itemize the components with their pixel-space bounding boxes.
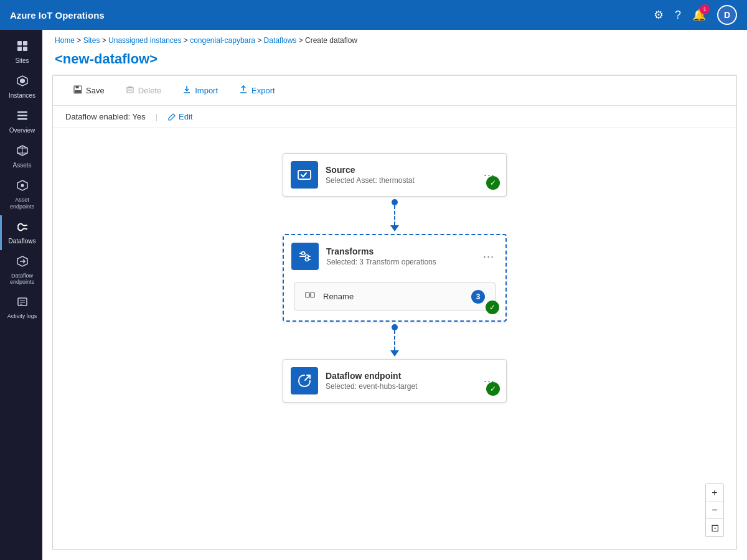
svg-rect-1: [23, 41, 27, 45]
sidebar-item-overview[interactable]: Overview: [0, 105, 42, 139]
connector-dot-1: [392, 199, 398, 205]
sites-label: Sites: [15, 57, 29, 65]
endpoint-node-info: Dataflow endpoint Selected: event-hubs-t…: [326, 371, 472, 391]
delete-icon: [126, 85, 134, 96]
source-node-info: Source Selected Asset: thermostat: [326, 165, 472, 185]
page-title: <new-dataflow>: [42, 49, 747, 75]
connector-dot-2: [392, 324, 398, 330]
transforms-node[interactable]: Transforms Selected: 3 Transform operati…: [283, 234, 507, 322]
dataflows-label: Dataflows: [9, 238, 36, 245]
transforms-node-icon: [291, 243, 319, 270]
overview-icon: [16, 110, 29, 125]
asset-endpoints-label: Asset endpoints: [4, 197, 40, 210]
rename-badge: 3: [471, 290, 485, 304]
user-avatar[interactable]: D: [717, 5, 737, 25]
svg-rect-18: [75, 90, 81, 93]
toolbar: Save Delete: [53, 75, 736, 106]
save-label: Save: [86, 86, 105, 95]
sites-icon: [16, 40, 29, 55]
svg-rect-21: [128, 86, 131, 88]
assets-icon: [16, 144, 29, 160]
connector-1: [390, 197, 399, 234]
sidebar-item-instances[interactable]: Instances: [0, 70, 42, 105]
transforms-node-header: Transforms Selected: 3 Transform operati…: [284, 235, 505, 278]
delete-button[interactable]: Delete: [118, 81, 170, 100]
transforms-node-info: Transforms Selected: 3 Transform operati…: [326, 246, 472, 266]
source-node-header: Source Selected Asset: thermostat ···: [283, 154, 506, 196]
breadcrumb-dataflows[interactable]: Dataflows: [264, 36, 297, 45]
save-button[interactable]: Save: [65, 81, 113, 100]
source-node-subtitle: Selected Asset: thermostat: [326, 176, 472, 185]
breadcrumb-current: Create dataflow: [305, 36, 357, 45]
alerts-icon[interactable]: 🔔 1: [692, 8, 706, 22]
source-node[interactable]: Source Selected Asset: thermostat ··· ✓: [283, 153, 507, 197]
transforms-node-menu[interactable]: ···: [479, 249, 498, 264]
endpoint-node-subtitle: Selected: event-hubs-target: [326, 382, 472, 391]
overview-label: Overview: [9, 127, 35, 134]
svg-rect-7: [17, 115, 27, 117]
dataflow-status-text: Dataflow enabled: Yes: [65, 112, 146, 121]
connector-line-2: [394, 330, 395, 350]
transforms-node-subtitle: Selected: 3 Transform operations: [326, 258, 472, 266]
canvas-area: Source Selected Asset: thermostat ··· ✓: [53, 128, 736, 549]
dataflow-endpoints-label: Dataflow endpoints: [4, 273, 40, 286]
svg-rect-17: [76, 86, 79, 88]
svg-rect-36: [306, 292, 309, 297]
edit-button[interactable]: Edit: [167, 112, 192, 121]
breadcrumb-unassigned[interactable]: Unassigned instances: [108, 36, 181, 45]
nav-icons: ⚙ ? 🔔 1 D: [654, 5, 737, 25]
svg-rect-0: [17, 41, 22, 45]
breadcrumb-sites[interactable]: Sites: [83, 36, 100, 45]
svg-point-35: [306, 258, 309, 261]
breadcrumb-home[interactable]: Home: [55, 36, 75, 45]
sidebar-item-assets[interactable]: Assets: [0, 139, 42, 174]
endpoint-node[interactable]: Dataflow endpoint Selected: event-hubs-t…: [283, 359, 507, 403]
svg-point-10: [21, 184, 24, 187]
main-content: Home > Sites > Unassigned instances > co…: [42, 30, 747, 560]
source-node-title: Source: [326, 165, 472, 175]
connector-2: [390, 322, 399, 359]
import-icon: [182, 85, 191, 96]
flow-container: Source Selected Asset: thermostat ··· ✓: [65, 141, 724, 514]
activity-logs-icon: [16, 296, 29, 311]
import-button[interactable]: Import: [174, 81, 226, 100]
sidebar-item-dataflow-endpoints[interactable]: Dataflow endpoints: [0, 250, 42, 291]
source-node-icon: [291, 161, 318, 189]
svg-rect-2: [17, 47, 22, 51]
export-button[interactable]: Export: [231, 81, 283, 100]
help-icon[interactable]: ?: [675, 9, 681, 22]
connector-line-1: [394, 205, 395, 225]
zoom-out-button[interactable]: −: [706, 502, 723, 519]
instances-icon: [16, 75, 29, 90]
rename-icon: [304, 289, 316, 304]
transforms-node-check: ✓: [486, 301, 499, 314]
zoom-reset-button[interactable]: ⊡: [706, 519, 723, 536]
dataflow-endpoints-icon: [16, 255, 29, 271]
app-title: Azure IoT Operations: [10, 10, 654, 21]
export-label: Export: [251, 86, 275, 95]
sidebar: Sites Instances Overview: [0, 30, 42, 560]
breadcrumb-capybara[interactable]: congenial-capybara: [190, 36, 255, 45]
dataflow-status-bar: Dataflow enabled: Yes | Edit: [53, 106, 736, 128]
rename-card[interactable]: Rename 3: [294, 282, 496, 310]
svg-point-34: [302, 252, 305, 255]
connector-arrow-2: [390, 350, 399, 357]
settings-icon[interactable]: ⚙: [654, 8, 664, 22]
alerts-badge: 1: [700, 4, 710, 14]
zoom-in-button[interactable]: +: [706, 484, 723, 502]
breadcrumb: Home > Sites > Unassigned instances > co…: [42, 30, 747, 49]
sidebar-item-sites[interactable]: Sites: [0, 35, 42, 70]
import-label: Import: [195, 86, 218, 95]
delete-label: Delete: [138, 86, 162, 95]
sidebar-item-dataflows[interactable]: Dataflows: [0, 215, 42, 250]
instances-label: Instances: [9, 92, 35, 100]
save-icon: [73, 85, 82, 96]
endpoint-node-icon: [291, 367, 318, 394]
sidebar-item-activity-logs[interactable]: Activity logs: [0, 291, 42, 325]
svg-marker-5: [20, 78, 25, 83]
rename-label: Rename: [323, 292, 464, 301]
endpoint-node-check: ✓: [486, 382, 500, 396]
dataflows-icon: [16, 220, 29, 236]
sidebar-item-asset-endpoints[interactable]: Asset endpoints: [0, 174, 42, 215]
svg-rect-37: [311, 292, 314, 297]
